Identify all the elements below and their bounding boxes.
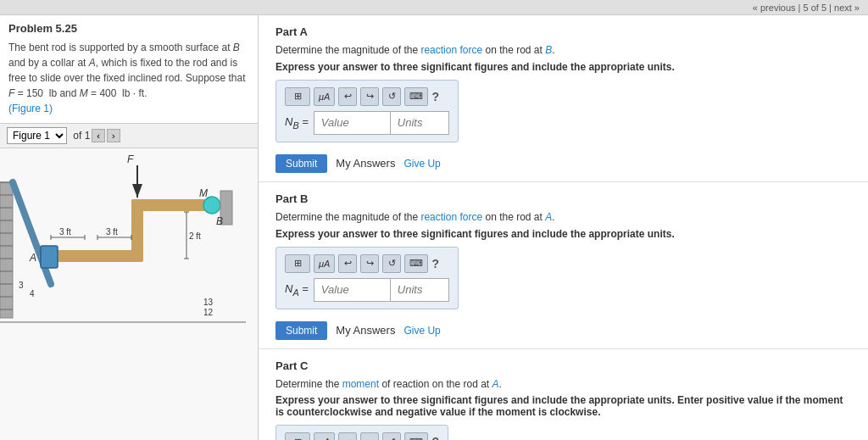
part-c-toolbar: ⊞ μA ↩ ↪ ↺ ⌨ ?	[285, 432, 439, 440]
undo-btn-b[interactable]: ↩	[338, 254, 357, 273]
svg-text:M: M	[199, 187, 208, 199]
nav-text: « previous | 5 of 5 | next »	[753, 3, 860, 13]
part-c-title: Part C	[275, 359, 851, 372]
svg-rect-0	[0, 182, 13, 318]
keyboard-btn-b[interactable]: ⌨	[404, 254, 428, 273]
refresh-btn-c[interactable]: ↺	[382, 432, 401, 440]
grid-btn-b[interactable]: ⊞	[285, 254, 310, 273]
redo-btn-c[interactable]: ↪	[360, 432, 379, 440]
part-b-answer-box: ⊞ μA ↩ ↪ ↺ ⌨ ? NA =	[275, 247, 459, 309]
undo-btn-c[interactable]: ↩	[338, 432, 357, 440]
part-a-submit-btn[interactable]: Submit	[275, 154, 327, 173]
grid-btn-c[interactable]: ⊞	[285, 432, 310, 440]
svg-text:3 ft: 3 ft	[59, 227, 71, 237]
svg-text:2 ft: 2 ft	[189, 231, 201, 241]
svg-text:3 ft: 3 ft	[106, 227, 118, 237]
part-b-section: Part B Determine the magnitude of the re…	[259, 182, 868, 349]
part-c-answer-box: ⊞ μA ↩ ↪ ↺ ⌨ ?	[275, 425, 448, 440]
part-a-title: Part A	[275, 25, 851, 38]
figure-next-btn[interactable]: ›	[107, 129, 120, 142]
svg-text:F: F	[127, 153, 134, 165]
mu-btn-a[interactable]: μA	[314, 87, 335, 106]
figure-of-label: of 1	[70, 130, 90, 142]
svg-text:13: 13	[203, 298, 214, 307]
right-panel: Part A Determine the magnitude of the re…	[259, 15, 868, 440]
help-btn-a[interactable]: ?	[431, 90, 439, 103]
part-a-value-input[interactable]	[314, 111, 390, 135]
svg-text:3: 3	[19, 281, 24, 290]
part-b-input-row: NA =	[285, 278, 449, 302]
part-b-units-input[interactable]	[390, 278, 449, 302]
svg-text:12: 12	[203, 308, 214, 317]
part-a-question: Determine the magnitude of the reaction …	[275, 43, 851, 58]
part-c-section: Part C Determine the moment of reaction …	[259, 349, 868, 440]
help-btn-b[interactable]: ?	[431, 257, 439, 270]
svg-text:B: B	[216, 215, 223, 227]
grid-btn-a[interactable]: ⊞	[285, 87, 310, 106]
redo-btn-b[interactable]: ↪	[360, 254, 379, 273]
part-b-title: Part B	[275, 192, 851, 205]
part-a-label: NB =	[285, 115, 309, 131]
svg-text:A: A	[29, 252, 36, 264]
part-a-units-input[interactable]	[390, 111, 449, 135]
mu-btn-b[interactable]: μA	[314, 254, 335, 273]
part-b-value-input[interactable]	[314, 278, 390, 302]
figure-area: A B F 3 ft 3 ft	[0, 148, 258, 440]
left-panel: Problem 5.25 The bent rod is supported b…	[0, 15, 259, 440]
part-b-question: Determine the magnitude of the reaction …	[275, 210, 851, 225]
problem-description: The bent rod is supported by a smooth su…	[0, 40, 258, 124]
part-a-section: Part A Determine the magnitude of the re…	[259, 15, 868, 182]
redo-btn-a[interactable]: ↪	[360, 87, 379, 106]
help-btn-c[interactable]: ?	[431, 435, 439, 440]
svg-rect-16	[41, 246, 58, 268]
part-b-instruction: Express your answer to three significant…	[275, 228, 851, 240]
part-b-submit-btn[interactable]: Submit	[275, 321, 327, 340]
undo-btn-a[interactable]: ↩	[338, 87, 357, 106]
figure-link[interactable]: (Figure 1)	[8, 103, 53, 114]
part-a-instruction: Express your answer to three significant…	[275, 61, 851, 73]
part-c-question: Determine the moment of reaction on the …	[275, 377, 851, 392]
svg-line-12	[13, 182, 51, 284]
figure-svg: A B F 3 ft 3 ft	[0, 148, 246, 343]
refresh-btn-b[interactable]: ↺	[382, 254, 401, 273]
figure-prev-btn[interactable]: ‹	[92, 129, 105, 142]
problem-title: Problem 5.25	[0, 15, 258, 40]
mu-btn-c[interactable]: μA	[314, 432, 335, 440]
figure-select[interactable]: Figure 1	[7, 127, 67, 144]
part-a-give-up-link[interactable]: Give Up	[403, 158, 440, 170]
svg-rect-15	[131, 199, 208, 211]
svg-point-18	[203, 197, 220, 214]
part-b-give-up-link[interactable]: Give Up	[403, 325, 440, 337]
part-b-label: NA =	[285, 282, 309, 298]
part-a-input-row: NB =	[285, 111, 449, 135]
keyboard-btn-c[interactable]: ⌨	[404, 432, 428, 440]
description-text: The bent rod is supported by a smooth su…	[8, 42, 246, 99]
part-a-my-answers: My Answers	[336, 157, 395, 170]
part-a-answer-box: ⊞ μA ↩ ↪ ↺ ⌨ ? NB =	[275, 80, 459, 142]
part-a-submit-row: Submit My Answers Give Up	[275, 154, 851, 173]
svg-rect-13	[47, 250, 140, 262]
refresh-btn-a[interactable]: ↺	[382, 87, 401, 106]
part-b-my-answers: My Answers	[336, 324, 395, 337]
part-b-toolbar: ⊞ μA ↩ ↪ ↺ ⌨ ?	[285, 254, 449, 273]
part-a-toolbar: ⊞ μA ↩ ↪ ↺ ⌨ ?	[285, 87, 449, 106]
svg-text:4: 4	[30, 289, 35, 298]
keyboard-btn-a[interactable]: ⌨	[404, 87, 428, 106]
figure-bar: Figure 1 of 1 ‹ ›	[0, 124, 258, 148]
part-c-instruction: Express your answer to three significant…	[275, 394, 851, 418]
part-b-submit-row: Submit My Answers Give Up	[275, 321, 851, 340]
